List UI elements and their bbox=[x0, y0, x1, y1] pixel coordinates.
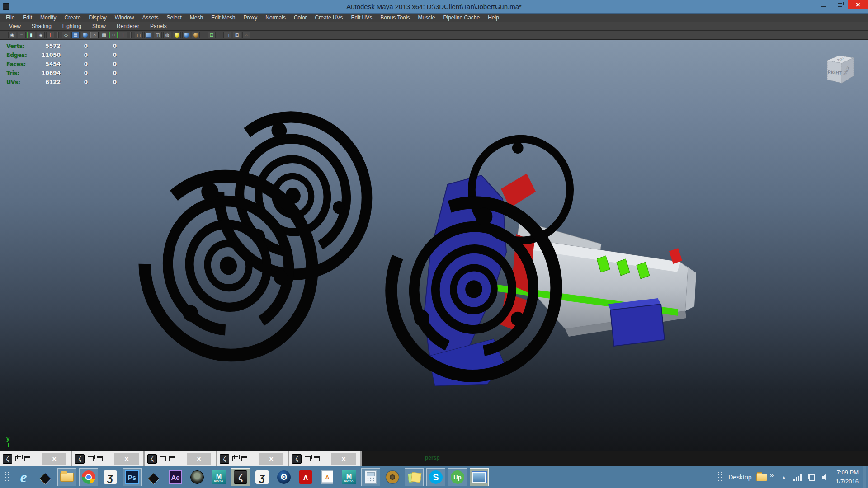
menu-edit-mesh[interactable]: Edit Mesh bbox=[207, 14, 239, 22]
wireframe-on-shaded-icon[interactable]: ◫ bbox=[154, 32, 162, 38]
view-cube[interactable]: RIGHT BACK TOP bbox=[822, 52, 856, 87]
restore-icon[interactable] bbox=[15, 456, 21, 461]
cube-icon[interactable]: ◻ bbox=[223, 32, 231, 38]
bookmark-icon[interactable]: ▮ bbox=[27, 32, 35, 38]
panel-menu-shading[interactable]: Shading bbox=[26, 23, 57, 29]
select-tool-icon[interactable]: ⊡ bbox=[208, 32, 216, 38]
menu-normals[interactable]: Normals bbox=[261, 14, 290, 22]
menu-mesh[interactable]: Mesh bbox=[186, 14, 207, 22]
restore-icon[interactable] bbox=[160, 456, 166, 461]
shaded-sphere-icon[interactable] bbox=[81, 32, 89, 38]
wireframe-icon[interactable]: ◻ bbox=[135, 32, 143, 38]
material-blue-icon[interactable] bbox=[182, 32, 190, 38]
smooth-shade-icon[interactable] bbox=[144, 32, 152, 38]
maya-scene-icon[interactable]: ζ bbox=[231, 468, 250, 487]
wordpad-icon[interactable]: A bbox=[317, 468, 337, 487]
minimized-panel-2[interactable]: ζX bbox=[72, 451, 145, 466]
maya-icon-2[interactable]: MMAYA bbox=[339, 468, 359, 487]
menu-proxy[interactable]: Proxy bbox=[240, 14, 262, 22]
after-effects-icon[interactable]: Ae bbox=[165, 468, 185, 487]
film-gate-icon[interactable]: ▦ bbox=[71, 32, 80, 38]
minimized-panel-5[interactable]: ζX bbox=[289, 451, 362, 466]
camera-attributes-icon[interactable]: ≡ bbox=[18, 32, 26, 38]
menu-select[interactable]: Select bbox=[162, 14, 185, 22]
menu-muscle[interactable]: Muscle bbox=[414, 14, 439, 22]
menu-create-uvs[interactable]: Create UVs bbox=[311, 14, 347, 22]
game-skull-icon[interactable] bbox=[187, 468, 207, 487]
menu-window[interactable]: Window bbox=[111, 14, 138, 22]
layouts-icon[interactable]: ⊞ bbox=[233, 32, 241, 38]
desktop-folder-icon[interactable] bbox=[756, 474, 767, 481]
minimized-panel-4[interactable]: ζX bbox=[217, 451, 289, 466]
skype-icon[interactable]: S bbox=[426, 468, 446, 487]
unity-icon[interactable]: ◆ bbox=[35, 468, 55, 487]
chrome-icon[interactable] bbox=[79, 468, 99, 487]
node-share-icon[interactable]: ∴ bbox=[242, 32, 250, 38]
zbrush-icon[interactable]: ʒ bbox=[100, 468, 120, 487]
game-ring-icon[interactable] bbox=[382, 468, 402, 487]
menu-bonus-tools[interactable]: Bonus Tools bbox=[376, 14, 414, 22]
restore-icon[interactable] bbox=[232, 456, 238, 461]
unity-icon-2[interactable]: ◆ bbox=[144, 468, 164, 487]
photoshop-icon[interactable]: Ps bbox=[122, 468, 142, 487]
material-gold-icon[interactable] bbox=[192, 32, 200, 38]
menu-edit[interactable]: Edit bbox=[19, 14, 36, 22]
menu-pipeline-cache[interactable]: Pipeline Cache bbox=[439, 14, 484, 22]
calculator-icon[interactable] bbox=[361, 468, 381, 487]
default-material-icon[interactable] bbox=[173, 32, 181, 38]
maximize-icon[interactable] bbox=[314, 456, 320, 461]
menu-modify[interactable]: Modify bbox=[36, 14, 60, 22]
clock[interactable]: 7:09 PM 1/7/2016 bbox=[835, 468, 859, 486]
restore-icon[interactable] bbox=[88, 456, 94, 461]
desktop-toolbar-grip[interactable] bbox=[717, 471, 723, 483]
close-panel-button[interactable]: X bbox=[42, 453, 66, 465]
maximize-icon[interactable] bbox=[169, 456, 175, 461]
lighting-icon[interactable]: ○ bbox=[90, 32, 99, 38]
isolate-select-icon[interactable]: ∷ bbox=[109, 32, 118, 38]
network-icon[interactable] bbox=[793, 474, 802, 481]
menu-help[interactable]: Help bbox=[484, 14, 503, 22]
minimized-panel-1[interactable]: ζX bbox=[0, 451, 72, 466]
toolbar-chevron-icon[interactable]: » bbox=[770, 471, 774, 479]
maya-icon[interactable]: MMAYA bbox=[209, 468, 229, 487]
image-plane-icon[interactable]: ◈ bbox=[37, 32, 45, 38]
upwork-icon[interactable]: Up bbox=[448, 468, 467, 487]
select-camera-icon[interactable]: ◉ bbox=[8, 32, 16, 38]
panel-menu-renderer[interactable]: Renderer bbox=[111, 23, 145, 29]
steam-icon[interactable]: ʘ bbox=[274, 468, 294, 487]
maximize-icon[interactable] bbox=[97, 456, 103, 461]
panel-menu-show[interactable]: Show bbox=[87, 23, 111, 29]
zbrush-icon-2[interactable]: ʒ bbox=[252, 468, 272, 487]
close-panel-button[interactable]: X bbox=[187, 453, 211, 465]
menu-assets[interactable]: Assets bbox=[138, 14, 162, 22]
close-panel-button[interactable]: X bbox=[331, 453, 356, 465]
battery-icon[interactable] bbox=[808, 473, 815, 481]
desktop-toolbar-label[interactable]: Desktop bbox=[728, 474, 751, 481]
panel-menu-lighting[interactable]: Lighting bbox=[57, 23, 87, 29]
menu-color[interactable]: Color bbox=[290, 14, 311, 22]
panel-menu-view[interactable]: View bbox=[4, 23, 26, 29]
show-desktop-button[interactable] bbox=[863, 466, 866, 488]
minimized-panel-3[interactable]: ζX bbox=[145, 451, 217, 466]
menu-file[interactable]: File bbox=[2, 14, 19, 22]
menu-edit-uvs[interactable]: Edit UVs bbox=[347, 14, 377, 22]
textured-icon[interactable]: ◍ bbox=[163, 32, 171, 38]
texture-display-icon[interactable]: T bbox=[119, 32, 127, 38]
snipping-tool-icon[interactable] bbox=[469, 468, 489, 487]
acrobat-icon[interactable]: ʌ bbox=[296, 468, 316, 487]
maximize-icon[interactable] bbox=[24, 456, 30, 461]
menu-display[interactable]: Display bbox=[85, 14, 110, 22]
close-panel-button[interactable]: X bbox=[259, 453, 283, 465]
maximize-icon[interactable] bbox=[241, 456, 247, 461]
internet-explorer-icon[interactable]: e bbox=[14, 468, 33, 487]
taskbar-grip[interactable] bbox=[5, 471, 10, 483]
viewport[interactable]: Verts:557200 Edges:1105000 Faces:545400 … bbox=[0, 40, 868, 451]
show-hidden-icons-arrow[interactable]: ▲ bbox=[782, 475, 786, 479]
file-explorer-icon[interactable] bbox=[57, 468, 77, 487]
menu-create[interactable]: Create bbox=[60, 14, 85, 22]
grid-icon[interactable]: ◇ bbox=[62, 32, 70, 38]
sticky-notes-icon[interactable] bbox=[404, 468, 424, 487]
close-panel-button[interactable]: X bbox=[114, 453, 139, 465]
xray-icon[interactable]: ▩ bbox=[100, 32, 108, 38]
panel-menu-panels[interactable]: Panels bbox=[145, 23, 172, 29]
